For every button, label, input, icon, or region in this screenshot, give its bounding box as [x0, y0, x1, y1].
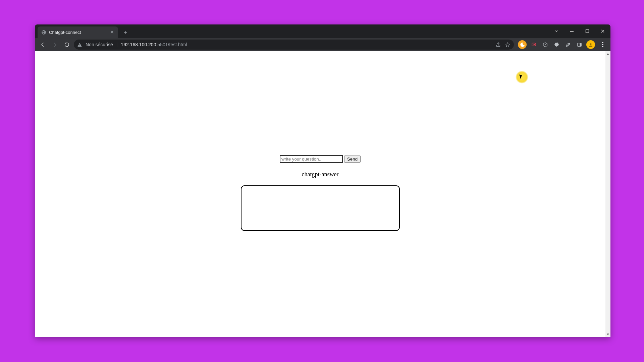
page-content: Send chatgpt-answer: [35, 51, 605, 337]
security-label: Non sécurisé: [86, 42, 113, 47]
close-tab-icon[interactable]: ✕: [109, 29, 115, 35]
browser-menu-button[interactable]: [598, 40, 608, 50]
question-form: Send: [280, 155, 361, 163]
maximize-button[interactable]: [580, 24, 595, 38]
answer-output-box: [241, 185, 400, 231]
close-window-button[interactable]: [595, 24, 610, 38]
tab-search-button[interactable]: [549, 24, 564, 38]
forward-button[interactable]: [50, 40, 60, 50]
new-tab-button[interactable]: ＋: [121, 27, 130, 37]
address-bar[interactable]: Non sécurisé | 192.168.100.200:5501/test…: [74, 40, 514, 50]
browser-toolbar: Non sécurisé | 192.168.100.200:5501/test…: [35, 38, 610, 51]
bookmark-star-icon[interactable]: [504, 42, 511, 48]
back-button[interactable]: [38, 40, 48, 50]
share-icon[interactable]: [495, 42, 501, 48]
svg-rect-3: [570, 31, 574, 32]
svg-point-8: [544, 44, 545, 45]
svg-point-14: [602, 46, 603, 47]
address-url: 192.168.100.200:5501/test.html: [121, 42, 187, 47]
svg-point-11: [590, 43, 591, 45]
page-viewport: Send chatgpt-answer ▲ ▼: [35, 51, 610, 337]
reload-button[interactable]: [62, 40, 72, 50]
scroll-up-arrow-icon[interactable]: ▲: [605, 51, 610, 56]
svg-point-13: [602, 44, 603, 45]
answer-label: chatgpt-answer: [302, 171, 339, 178]
scroll-down-arrow-icon[interactable]: ▼: [605, 332, 610, 337]
address-host: 192.168.100.200: [121, 42, 156, 47]
send-button[interactable]: Send: [344, 156, 361, 163]
side-panel-icon[interactable]: [575, 40, 584, 49]
svg-rect-6: [79, 46, 80, 46]
globe-icon: [41, 29, 46, 35]
address-divider: |: [116, 42, 118, 47]
tab-strip: Chatgpt-connect ✕ ＋: [35, 24, 610, 38]
svg-rect-5: [79, 44, 80, 45]
extensions-puzzle-icon[interactable]: [552, 40, 561, 49]
extension-leaf-icon[interactable]: [564, 40, 572, 49]
window-controls: [549, 24, 610, 38]
extension-hex-icon[interactable]: [541, 40, 549, 49]
minimize-button[interactable]: [564, 24, 580, 38]
tab-title: Chatgpt-connect: [49, 30, 107, 35]
extension-moon-icon[interactable]: [518, 40, 527, 49]
svg-rect-4: [586, 30, 589, 33]
svg-point-12: [602, 42, 603, 43]
not-secure-warning-icon: [77, 42, 82, 47]
extension-pocket-icon[interactable]: [529, 40, 538, 49]
svg-rect-10: [580, 43, 581, 46]
address-path: :5501/test.html: [156, 42, 187, 47]
extensions-row: [516, 40, 608, 50]
profile-avatar-icon[interactable]: [586, 40, 595, 49]
browser-tab[interactable]: Chatgpt-connect ✕: [38, 26, 118, 38]
browser-window: Chatgpt-connect ✕ ＋: [35, 24, 610, 337]
vertical-scrollbar[interactable]: ▲ ▼: [605, 51, 610, 337]
question-input[interactable]: [280, 155, 343, 163]
